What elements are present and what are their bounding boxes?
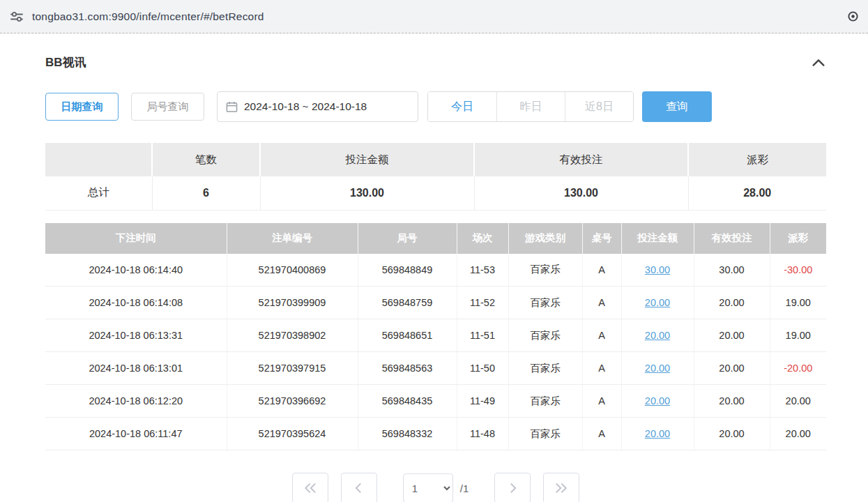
table-cell: 30.00	[694, 254, 770, 287]
chevron-up-icon	[811, 55, 826, 70]
next-page-button[interactable]	[494, 473, 531, 502]
table-cell: 2024-10-18 06:11:47	[45, 418, 227, 450]
col-table-no: 桌号	[582, 223, 621, 254]
table-cell: 11-51	[457, 319, 508, 352]
table-cell: 2024-10-18 06:12:20	[45, 385, 227, 418]
table-cell: 521970396692	[227, 385, 358, 418]
collapse-section-button[interactable]	[811, 55, 826, 70]
table-cell: 20.00	[694, 418, 770, 450]
section-title: BB视讯	[45, 54, 86, 70]
summary-header-blank	[45, 143, 152, 176]
last-page-button[interactable]	[543, 473, 579, 502]
first-page-button[interactable]	[292, 473, 328, 502]
filter-bar: 日期查询 局号查询 2024-10-18 ~ 2024-10-18 今日 昨日 …	[45, 91, 826, 122]
bet-amount-link[interactable]: 20.00	[645, 297, 670, 308]
col-valid-bet: 有效投注	[694, 223, 770, 254]
summary-header-payout: 派彩	[688, 143, 826, 176]
table-cell: 19.00	[770, 319, 826, 352]
table-cell: A	[582, 254, 621, 287]
bet-record-table: 下注时间 注单编号 局号 场次 游戏类别 桌号 投注金额 有效投注 派彩 202…	[45, 223, 826, 451]
round-query-tab[interactable]: 局号查询	[131, 93, 204, 121]
quick-range-group: 今日 昨日 近8日	[427, 91, 634, 122]
col-bet-amount: 投注金额	[621, 223, 694, 254]
summary-header-bet: 投注金额	[260, 143, 474, 176]
table-cell: 百家乐	[508, 385, 582, 418]
date-range-value: 2024-10-18 ~ 2024-10-18	[244, 100, 367, 113]
table-row: 2024-10-18 06:13:01521970397915569848563…	[45, 352, 826, 385]
col-bet-time: 下注时间	[45, 223, 227, 254]
table-cell: 2024-10-18 06:14:40	[45, 254, 227, 287]
bet-amount-cell: 30.00	[621, 254, 694, 287]
bet-amount-link[interactable]: 30.00	[645, 264, 670, 275]
browser-top-bar: tongbao31.com:9900/infe/mcenter/#/betRec…	[0, 0, 868, 33]
table-cell: 521970400869	[227, 254, 358, 287]
summary-total-label: 总计	[45, 176, 152, 210]
col-round-no: 局号	[358, 223, 457, 254]
summary-table: 笔数 投注金额 有效投注 派彩 总计 6 130.00 130.00 28.00	[45, 143, 826, 211]
table-cell: 20.00	[770, 385, 826, 418]
table-cell: 569848651	[358, 319, 457, 352]
table-cell: 11-49	[457, 385, 508, 418]
table-cell: -20.00	[770, 352, 826, 385]
table-cell: 569848332	[358, 418, 457, 450]
table-cell: 20.00	[694, 352, 770, 385]
table-row: 2024-10-18 06:14:08521970399909569848759…	[45, 287, 826, 319]
yesterday-button[interactable]: 昨日	[496, 92, 565, 121]
search-button[interactable]: 查询	[642, 91, 712, 122]
bet-amount-cell: 20.00	[621, 352, 694, 385]
table-cell: 百家乐	[508, 418, 582, 450]
today-button[interactable]: 今日	[428, 92, 496, 121]
table-row: 2024-10-18 06:12:20521970396692569848435…	[45, 385, 826, 418]
last8days-button[interactable]: 近8日	[565, 92, 633, 121]
summary-header-count: 笔数	[152, 143, 260, 176]
prev-page-button[interactable]	[341, 473, 377, 502]
date-query-tab[interactable]: 日期查询	[45, 93, 119, 121]
table-cell: -30.00	[770, 254, 826, 287]
summary-header-valid: 有效投注	[474, 143, 688, 176]
summary-row: 总计 6 130.00 130.00 28.00	[45, 176, 826, 210]
table-cell: 521970399909	[227, 287, 358, 319]
table-cell: 2024-10-18 06:13:01	[45, 352, 227, 385]
table-cell: 20.00	[694, 319, 770, 352]
table-cell: 20.00	[770, 418, 826, 450]
table-cell: 521970398902	[227, 319, 358, 352]
table-cell: 20.00	[694, 385, 770, 418]
table-cell: 11-52	[457, 287, 508, 319]
table-cell: A	[582, 418, 621, 450]
address-bar[interactable]: tongbao31.com:9900/infe/mcenter/#/betRec…	[32, 10, 841, 23]
bet-amount-cell: 20.00	[621, 385, 694, 418]
table-cell: A	[582, 385, 621, 418]
summary-count: 6	[152, 176, 260, 210]
tune-icon[interactable]	[10, 10, 24, 24]
bet-amount-link[interactable]: 20.00	[645, 428, 670, 439]
table-cell: A	[582, 319, 621, 352]
col-order-no: 注单编号	[227, 223, 358, 254]
eye-icon[interactable]	[848, 11, 858, 22]
date-range-input[interactable]: 2024-10-18 ~ 2024-10-18	[217, 91, 418, 122]
bet-amount-cell: 20.00	[621, 418, 694, 450]
bet-amount-link[interactable]: 20.00	[645, 395, 670, 406]
table-cell: 11-53	[457, 254, 508, 287]
bet-amount-link[interactable]: 20.00	[645, 363, 670, 374]
table-cell: A	[582, 352, 621, 385]
table-cell: 百家乐	[508, 352, 582, 385]
bet-table-body: 2024-10-18 06:14:40521970400869569848849…	[45, 254, 826, 450]
chevron-right-icon	[505, 481, 519, 495]
table-cell: 2024-10-18 06:13:31	[45, 319, 227, 352]
table-row: 2024-10-18 06:13:31521970398902569848651…	[45, 319, 826, 352]
bet-amount-cell: 20.00	[621, 287, 694, 319]
table-cell: 19.00	[770, 287, 826, 319]
double-chevron-left-icon	[303, 481, 317, 495]
table-cell: 2024-10-18 06:14:08	[45, 287, 227, 319]
col-game-type: 游戏类别	[508, 223, 582, 254]
table-cell: A	[582, 287, 621, 319]
calendar-icon	[226, 101, 238, 113]
table-cell: 20.00	[694, 287, 770, 319]
page-select[interactable]: 1	[403, 473, 453, 502]
summary-valid-bet: 130.00	[474, 176, 688, 210]
table-cell: 百家乐	[508, 319, 582, 352]
bet-amount-link[interactable]: 20.00	[645, 330, 670, 341]
summary-payout: 28.00	[688, 176, 826, 210]
table-cell: 521970397915	[227, 352, 358, 385]
summary-bet-amount: 130.00	[260, 176, 474, 210]
